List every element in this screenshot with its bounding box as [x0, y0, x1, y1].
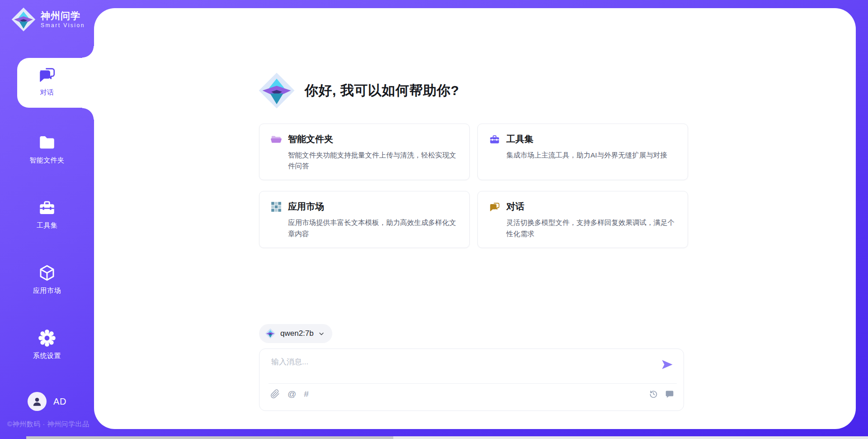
sidebar-item-app-market[interactable]: 应用市场 — [0, 263, 94, 295]
feature-card-app-market[interactable]: 应用市场 应用市场提供丰富长文本模板，助力高效生成多样化文章内容 — [259, 191, 470, 248]
folder-icon — [38, 133, 57, 152]
brand: 神州问学 Smart Vision — [11, 7, 85, 32]
gear-icon — [38, 329, 57, 348]
grid-cube-icon — [270, 201, 282, 213]
horizontal-scrollbar-thumb[interactable] — [26, 436, 393, 439]
send-icon — [660, 358, 674, 372]
toolbox-icon — [489, 134, 500, 145]
app-window: 神州问学 Smart Vision 对话 智能文件夹 — [0, 0, 868, 439]
page-title: 你好, 我可以如何帮助你? — [305, 81, 459, 100]
model-selector[interactable]: qwen2:7b — [259, 324, 332, 343]
card-description: 灵活切换多模型文件，支持多样回复效果调试，满足个性化需求 — [506, 217, 677, 239]
feature-cards: 智能文件夹 智能文件夹功能支持批量文件上传与清洗，轻松实现文件问答 工具集 集成… — [259, 124, 688, 248]
footer-credit: ©神州数码 · 神州问学出品 — [7, 420, 89, 429]
active-tab-fillet-top — [82, 46, 94, 58]
card-title: 工具集 — [506, 133, 533, 145]
active-tab-fillet-bottom — [82, 108, 94, 119]
brand-diamond-icon — [11, 7, 36, 32]
sidebar-item-toolset[interactable]: 工具集 — [0, 198, 94, 230]
card-title: 智能文件夹 — [288, 133, 333, 145]
horizontal-scrollbar[interactable] — [26, 436, 868, 439]
cube-icon — [38, 263, 57, 282]
paperclip-icon[interactable] — [270, 389, 280, 399]
card-title: 对话 — [506, 200, 524, 213]
sidebar-item-label: 应用市场 — [33, 286, 61, 295]
chat-icon — [38, 65, 57, 84]
card-description: 应用市场提供丰富长文本模板，助力高效生成多样化文章内容 — [288, 217, 458, 239]
greeting: 你好, 我可以如何帮助你? — [258, 72, 459, 110]
brand-subtitle: Smart Vision — [41, 22, 85, 29]
chat-bubble-icon[interactable] — [665, 389, 675, 399]
card-description: 智能文件夹功能支持批量文件上传与清洗，轻松实现文件问答 — [288, 150, 458, 172]
user-initials: AD — [53, 396, 66, 407]
hash-icon[interactable]: # — [304, 389, 309, 399]
sidebar-item-label: 智能文件夹 — [29, 156, 65, 165]
toolbox-icon — [38, 198, 57, 217]
sidebar-item-label: 工具集 — [37, 221, 58, 230]
send-button[interactable] — [660, 358, 674, 372]
user-account[interactable]: AD — [0, 392, 94, 411]
sidebar-item-label: 系统设置 — [33, 352, 61, 360]
person-icon — [31, 396, 43, 407]
folder-open-icon — [270, 134, 282, 145]
card-description: 集成市场上主流工具，助力AI与外界无缝扩展与对接 — [506, 150, 677, 161]
feature-card-toolset[interactable]: 工具集 集成市场上主流工具，助力AI与外界无缝扩展与对接 — [477, 124, 688, 180]
sidebar: 神州问学 Smart Vision 对话 智能文件夹 — [0, 0, 94, 439]
message-input[interactable] — [270, 356, 646, 380]
card-title: 应用市场 — [288, 200, 324, 213]
chat-icon — [489, 201, 500, 213]
sidebar-item-label: 对话 — [40, 88, 54, 97]
avatar — [28, 392, 47, 411]
history-icon[interactable] — [649, 389, 658, 399]
sidebar-item-settings[interactable]: 系统设置 — [0, 329, 94, 360]
brand-name: 神州问学 — [41, 10, 85, 21]
model-selector-value: qwen2:7b — [280, 329, 314, 338]
composer-divider — [269, 383, 677, 384]
sidebar-item-smart-folder[interactable]: 智能文件夹 — [0, 133, 94, 165]
brand-diamond-icon — [265, 328, 276, 339]
feature-card-chat[interactable]: 对话 灵活切换多模型文件，支持多样回复效果调试，满足个性化需求 — [477, 191, 688, 248]
chevron-down-icon — [318, 331, 325, 337]
at-icon[interactable]: @ — [288, 389, 296, 399]
feature-card-smart-folder[interactable]: 智能文件夹 智能文件夹功能支持批量文件上传与清洗，轻松实现文件问答 — [259, 124, 470, 180]
greeting-diamond-icon — [258, 72, 296, 110]
sidebar-item-chat[interactable]: 对话 — [0, 65, 94, 97]
message-composer: @ # — [259, 348, 684, 411]
